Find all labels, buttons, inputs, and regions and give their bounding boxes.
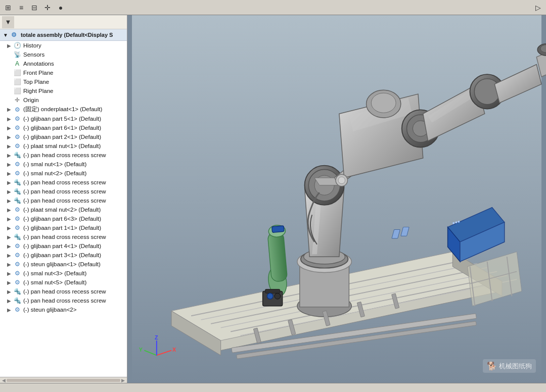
tree-item-screw2[interactable]: ▶🔩(-) pan head cross recess screw <box>0 178 127 187</box>
item-label-smal-nut1: (-) smal nut<1> (Default) <box>23 161 86 167</box>
item-label-glijbaan63: (-) glijbaan part 6<3> (Default) <box>23 216 101 222</box>
tree-item-front-plane[interactable]: ⬜Front Plane <box>0 68 127 77</box>
tree-item-sensors[interactable]: 📡Sensors <box>0 50 127 59</box>
item-icon-plaat-smal1: ⚙ <box>13 142 21 150</box>
expand-arrow-onderplaat[interactable]: ▶ <box>7 107 13 112</box>
toolbar-btn-arrow[interactable]: ▷ <box>532 2 544 14</box>
expand-arrow-glijbaan5[interactable]: ▶ <box>7 116 13 122</box>
assembly-label: totale assembly (Default<Display S <box>21 32 113 38</box>
feature-tree[interactable]: ▼ ⚙ totale assembly (Default<Display S ▶… <box>0 29 127 377</box>
toolbar-btn-list[interactable]: ≡ <box>15 2 27 14</box>
tree-item-onderplaat[interactable]: ▶⚙(固定) onderplaat<1> (Default) <box>0 105 127 114</box>
item-icon-glijbaan2: ⚙ <box>13 133 21 140</box>
item-label-top-plane: Top Plane <box>23 79 49 85</box>
item-label-screw2: (-) pan head cross recess screw <box>23 179 106 185</box>
tree-item-glijbaan-part1[interactable]: ▶⚙(-) glijbaan part 1<1> (Default) <box>0 223 127 232</box>
expand-arrow-steun1[interactable]: ▶ <box>7 262 13 267</box>
feature-tree-panel: ▼ ▼ ⚙ totale assembly (Default<Display S… <box>0 15 127 383</box>
tree-item-glijbaan3[interactable]: ▶⚙(-) glijbaan part 3<1> (Default) <box>0 251 127 260</box>
item-label-annotations: Annotations <box>23 61 54 67</box>
tree-item-right-plane[interactable]: ⬜Right Plane <box>0 86 127 95</box>
item-icon-glijbaan-part1: ⚙ <box>13 224 21 231</box>
tree-item-smal-nut2[interactable]: ▶⚙(-) smal nut<2> (Default) <box>0 169 127 178</box>
expand-arrow-smal-nut3[interactable]: ▶ <box>7 271 13 276</box>
tree-item-glijbaan5[interactable]: ▶⚙(-) glijbaan part 5<1> (Default) <box>0 114 127 123</box>
tree-item-origin[interactable]: ✛Origin <box>0 95 127 105</box>
tree-item-annotations[interactable]: AAnnotations <box>0 59 127 68</box>
item-label-steun1: (-) steun glijbaan<1> (Default) <box>23 261 101 267</box>
item-icon-steun1: ⚙ <box>13 261 21 268</box>
svg-text:Y: Y <box>139 347 143 353</box>
tree-item-smal-nut5[interactable]: ▶⚙(-) smal nut<5> (Default) <box>0 278 127 287</box>
tree-item-screw5[interactable]: ▶🔩(-) pan head cross recess screw <box>0 232 127 241</box>
expand-arrow-smal-nut1[interactable]: ▶ <box>7 162 13 167</box>
item-icon-screw7: 🔩 <box>13 297 21 304</box>
sidebar-toolbar: ▼ <box>0 15 127 29</box>
expand-arrow-glijbaan6[interactable]: ▶ <box>7 125 13 131</box>
toolbar-btn-grid[interactable]: ⊞ <box>2 2 14 14</box>
3d-scene-svg: ●●● <box>127 15 546 383</box>
expand-arrow-screw6[interactable]: ▶ <box>7 289 13 295</box>
tree-item-history[interactable]: ▶🕐History <box>0 41 127 50</box>
watermark-text: 机械图纸狗 <box>499 362 532 371</box>
svg-text:X: X <box>172 347 176 353</box>
item-label-glijbaan5: (-) glijbaan part 5<1> (Default) <box>23 116 101 122</box>
toolbar-btn-cross[interactable]: ✛ <box>41 2 54 14</box>
expand-arrow-glijbaan63[interactable]: ▶ <box>7 216 13 222</box>
expand-arrow-glijbaan3[interactable]: ▶ <box>7 253 13 258</box>
item-label-front-plane: Front Plane <box>23 70 53 76</box>
tree-item-plaat-smal1[interactable]: ▶⚙(-) plaat smal nut<1> (Default) <box>0 141 127 151</box>
expand-arrow-steun2[interactable]: ▶ <box>7 307 13 313</box>
item-icon-annotations: A <box>13 60 21 67</box>
expand-arrow-screw7[interactable]: ▶ <box>7 298 13 304</box>
expand-arrow-smal-nut5[interactable]: ▶ <box>7 280 13 285</box>
item-icon-smal-nut1: ⚙ <box>13 161 21 168</box>
item-label-glijbaan-part1: (-) glijbaan part 1<1> (Default) <box>23 225 101 231</box>
tree-item-steun2[interactable]: ▶⚙(-) steun glijbaan<2> <box>0 305 127 314</box>
expand-arrow-glijbaan4[interactable]: ▶ <box>7 243 13 249</box>
expand-arrow-glijbaan-part1[interactable]: ▶ <box>7 225 13 231</box>
tree-item-plaat-smal2[interactable]: ▶⚙(-) plaat smal nut<2> (Default) <box>0 205 127 214</box>
svg-rect-53 <box>272 226 284 233</box>
item-label-screw6: (-) pan head cross recess screw <box>23 288 106 295</box>
tree-item-glijbaan6[interactable]: ▶⚙(-) glijbaan part 6<1> (Default) <box>0 123 127 132</box>
tree-item-glijbaan2[interactable]: ▶⚙(-) glijbaan part 2<1> (Default) <box>0 132 127 141</box>
tree-item-glijbaan4[interactable]: ▶⚙(-) glijbaan part 4<1> (Default) <box>0 241 127 251</box>
tree-item-screw1[interactable]: ▶🔩(-) pan head cross recess screw <box>0 151 127 160</box>
expand-arrow-glijbaan2[interactable]: ▶ <box>7 134 13 140</box>
item-label-glijbaan4: (-) glijbaan part 4<1> (Default) <box>23 243 101 249</box>
expand-arrow-plaat-smal2[interactable]: ▶ <box>7 207 13 213</box>
sidebar-horizontal-scroll[interactable]: ◀▶ <box>0 377 127 383</box>
expand-arrow-screw3[interactable]: ▶ <box>7 189 13 194</box>
item-icon-onderplaat: ⚙ <box>13 106 21 113</box>
tree-item-screw4[interactable]: ▶🔩(-) pan head cross recess screw <box>0 196 127 205</box>
item-icon-plaat-smal2: ⚙ <box>13 206 21 213</box>
expand-arrow-plaat-smal1[interactable]: ▶ <box>7 143 13 149</box>
watermark-icon: 🐕 <box>487 361 497 371</box>
expand-arrow-smal-nut2[interactable]: ▶ <box>7 171 13 176</box>
filter-icon[interactable]: ▼ <box>2 16 14 28</box>
expand-arrow-screw2[interactable]: ▶ <box>7 180 13 185</box>
tree-item-glijbaan63[interactable]: ▶⚙(-) glijbaan part 6<3> (Default) <box>0 214 127 223</box>
svg-point-26 <box>371 93 396 113</box>
expand-arrow-history[interactable]: ▶ <box>7 43 13 48</box>
item-icon-screw5: 🔩 <box>13 233 21 240</box>
expand-arrow-screw1[interactable]: ▶ <box>7 153 13 158</box>
tree-items-container: ▶🕐History 📡Sensors AAnnotations ⬜Front P… <box>0 41 127 314</box>
tree-item-smal-nut1[interactable]: ▶⚙(-) smal nut<1> (Default) <box>0 160 127 169</box>
assembly-header[interactable]: ▼ ⚙ totale assembly (Default<Display S <box>0 29 127 41</box>
tree-item-screw3[interactable]: ▶🔩(-) pan head cross recess screw <box>0 187 127 196</box>
tree-item-screw6[interactable]: ▶🔩(-) pan head cross recess screw <box>0 287 127 296</box>
expand-arrow-screw4[interactable]: ▶ <box>7 198 13 204</box>
item-icon-history: 🕐 <box>13 42 21 49</box>
expand-arrow-screw5[interactable]: ▶ <box>7 234 13 240</box>
tree-item-smal-nut3[interactable]: ▶⚙(-) smal nut<3> (Default) <box>0 269 127 278</box>
tree-item-steun1[interactable]: ▶⚙(-) steun glijbaan<1> (Default) <box>0 260 127 269</box>
item-label-onderplaat: (固定) onderplaat<1> (Default) <box>23 106 102 113</box>
toolbar-btn-circle[interactable]: ● <box>55 2 67 14</box>
tree-item-screw7[interactable]: ▶🔩(-) pan head cross recess screw <box>0 296 127 305</box>
toolbar-btn-minus[interactable]: ⊟ <box>28 2 40 14</box>
item-icon-screw3: 🔩 <box>13 188 21 195</box>
3d-viewport[interactable]: ●●● <box>127 15 546 383</box>
tree-item-top-plane[interactable]: ⬜Top Plane <box>0 77 127 86</box>
